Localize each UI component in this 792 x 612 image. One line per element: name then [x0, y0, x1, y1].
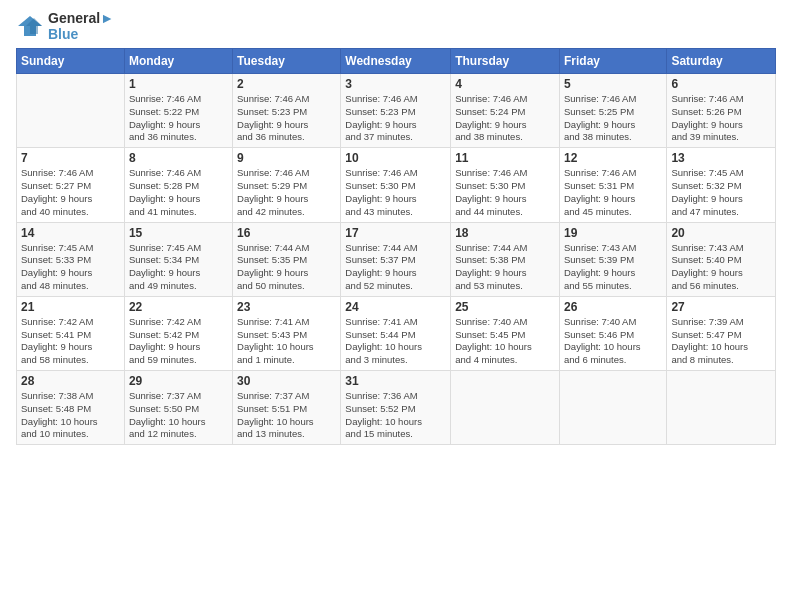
day-info: Sunrise: 7:46 AM Sunset: 5:31 PM Dayligh… [564, 167, 662, 218]
day-info: Sunrise: 7:37 AM Sunset: 5:50 PM Dayligh… [129, 390, 228, 441]
day-number: 15 [129, 226, 228, 240]
calendar-cell: 10Sunrise: 7:46 AM Sunset: 5:30 PM Dayli… [341, 148, 451, 222]
day-number: 21 [21, 300, 120, 314]
weekday-header-tuesday: Tuesday [233, 49, 341, 74]
day-number: 13 [671, 151, 771, 165]
calendar-cell: 1Sunrise: 7:46 AM Sunset: 5:22 PM Daylig… [124, 74, 232, 148]
day-info: Sunrise: 7:38 AM Sunset: 5:48 PM Dayligh… [21, 390, 120, 441]
weekday-header-sunday: Sunday [17, 49, 125, 74]
day-info: Sunrise: 7:39 AM Sunset: 5:47 PM Dayligh… [671, 316, 771, 367]
calendar-cell: 4Sunrise: 7:46 AM Sunset: 5:24 PM Daylig… [451, 74, 560, 148]
day-info: Sunrise: 7:36 AM Sunset: 5:52 PM Dayligh… [345, 390, 446, 441]
weekday-header-row: SundayMondayTuesdayWednesdayThursdayFrid… [17, 49, 776, 74]
calendar-cell: 8Sunrise: 7:46 AM Sunset: 5:28 PM Daylig… [124, 148, 232, 222]
day-info: Sunrise: 7:46 AM Sunset: 5:30 PM Dayligh… [345, 167, 446, 218]
calendar-cell [451, 371, 560, 445]
calendar-cell: 17Sunrise: 7:44 AM Sunset: 5:37 PM Dayli… [341, 222, 451, 296]
weekday-header-wednesday: Wednesday [341, 49, 451, 74]
day-number: 31 [345, 374, 446, 388]
day-info: Sunrise: 7:46 AM Sunset: 5:28 PM Dayligh… [129, 167, 228, 218]
day-info: Sunrise: 7:46 AM Sunset: 5:30 PM Dayligh… [455, 167, 555, 218]
day-number: 30 [237, 374, 336, 388]
calendar-cell: 22Sunrise: 7:42 AM Sunset: 5:42 PM Dayli… [124, 296, 232, 370]
day-info: Sunrise: 7:44 AM Sunset: 5:37 PM Dayligh… [345, 242, 446, 293]
day-number: 27 [671, 300, 771, 314]
day-number: 16 [237, 226, 336, 240]
day-info: Sunrise: 7:45 AM Sunset: 5:33 PM Dayligh… [21, 242, 120, 293]
day-number: 12 [564, 151, 662, 165]
day-number: 11 [455, 151, 555, 165]
weekday-header-saturday: Saturday [667, 49, 776, 74]
day-info: Sunrise: 7:41 AM Sunset: 5:44 PM Dayligh… [345, 316, 446, 367]
weekday-header-friday: Friday [559, 49, 666, 74]
day-info: Sunrise: 7:44 AM Sunset: 5:38 PM Dayligh… [455, 242, 555, 293]
weekday-header-thursday: Thursday [451, 49, 560, 74]
day-number: 14 [21, 226, 120, 240]
calendar-table: SundayMondayTuesdayWednesdayThursdayFrid… [16, 48, 776, 445]
day-number: 18 [455, 226, 555, 240]
day-info: Sunrise: 7:45 AM Sunset: 5:34 PM Dayligh… [129, 242, 228, 293]
calendar-cell: 30Sunrise: 7:37 AM Sunset: 5:51 PM Dayli… [233, 371, 341, 445]
calendar-cell: 31Sunrise: 7:36 AM Sunset: 5:52 PM Dayli… [341, 371, 451, 445]
day-number: 24 [345, 300, 446, 314]
week-row-1: 7Sunrise: 7:46 AM Sunset: 5:27 PM Daylig… [17, 148, 776, 222]
day-number: 25 [455, 300, 555, 314]
day-info: Sunrise: 7:46 AM Sunset: 5:25 PM Dayligh… [564, 93, 662, 144]
day-number: 19 [564, 226, 662, 240]
day-info: Sunrise: 7:45 AM Sunset: 5:32 PM Dayligh… [671, 167, 771, 218]
calendar-cell: 2Sunrise: 7:46 AM Sunset: 5:23 PM Daylig… [233, 74, 341, 148]
calendar-cell: 24Sunrise: 7:41 AM Sunset: 5:44 PM Dayli… [341, 296, 451, 370]
day-number: 26 [564, 300, 662, 314]
day-number: 1 [129, 77, 228, 91]
day-info: Sunrise: 7:46 AM Sunset: 5:27 PM Dayligh… [21, 167, 120, 218]
day-info: Sunrise: 7:46 AM Sunset: 5:24 PM Dayligh… [455, 93, 555, 144]
day-info: Sunrise: 7:43 AM Sunset: 5:39 PM Dayligh… [564, 242, 662, 293]
day-number: 10 [345, 151, 446, 165]
logo-text: General► Blue [48, 10, 114, 42]
day-number: 22 [129, 300, 228, 314]
day-info: Sunrise: 7:46 AM Sunset: 5:23 PM Dayligh… [345, 93, 446, 144]
calendar-cell [559, 371, 666, 445]
day-number: 7 [21, 151, 120, 165]
logo: General► Blue [16, 10, 114, 42]
logo-icon [16, 12, 44, 40]
day-number: 28 [21, 374, 120, 388]
day-info: Sunrise: 7:46 AM Sunset: 5:26 PM Dayligh… [671, 93, 771, 144]
week-row-0: 1Sunrise: 7:46 AM Sunset: 5:22 PM Daylig… [17, 74, 776, 148]
calendar-cell: 5Sunrise: 7:46 AM Sunset: 5:25 PM Daylig… [559, 74, 666, 148]
day-number: 29 [129, 374, 228, 388]
calendar-cell: 16Sunrise: 7:44 AM Sunset: 5:35 PM Dayli… [233, 222, 341, 296]
day-number: 8 [129, 151, 228, 165]
calendar-cell: 6Sunrise: 7:46 AM Sunset: 5:26 PM Daylig… [667, 74, 776, 148]
day-number: 17 [345, 226, 446, 240]
day-number: 2 [237, 77, 336, 91]
calendar-cell: 28Sunrise: 7:38 AM Sunset: 5:48 PM Dayli… [17, 371, 125, 445]
week-row-2: 14Sunrise: 7:45 AM Sunset: 5:33 PM Dayli… [17, 222, 776, 296]
calendar-cell: 11Sunrise: 7:46 AM Sunset: 5:30 PM Dayli… [451, 148, 560, 222]
calendar-cell: 27Sunrise: 7:39 AM Sunset: 5:47 PM Dayli… [667, 296, 776, 370]
week-row-3: 21Sunrise: 7:42 AM Sunset: 5:41 PM Dayli… [17, 296, 776, 370]
calendar-cell: 19Sunrise: 7:43 AM Sunset: 5:39 PM Dayli… [559, 222, 666, 296]
page: General► Blue SundayMondayTuesdayWednesd… [0, 0, 792, 612]
calendar-cell: 26Sunrise: 7:40 AM Sunset: 5:46 PM Dayli… [559, 296, 666, 370]
day-number: 23 [237, 300, 336, 314]
day-info: Sunrise: 7:46 AM Sunset: 5:22 PM Dayligh… [129, 93, 228, 144]
day-number: 20 [671, 226, 771, 240]
calendar-cell: 7Sunrise: 7:46 AM Sunset: 5:27 PM Daylig… [17, 148, 125, 222]
day-number: 5 [564, 77, 662, 91]
day-number: 3 [345, 77, 446, 91]
calendar-cell: 14Sunrise: 7:45 AM Sunset: 5:33 PM Dayli… [17, 222, 125, 296]
calendar-cell: 12Sunrise: 7:46 AM Sunset: 5:31 PM Dayli… [559, 148, 666, 222]
day-info: Sunrise: 7:44 AM Sunset: 5:35 PM Dayligh… [237, 242, 336, 293]
day-info: Sunrise: 7:40 AM Sunset: 5:46 PM Dayligh… [564, 316, 662, 367]
header: General► Blue [16, 10, 776, 42]
day-info: Sunrise: 7:43 AM Sunset: 5:40 PM Dayligh… [671, 242, 771, 293]
calendar-cell: 20Sunrise: 7:43 AM Sunset: 5:40 PM Dayli… [667, 222, 776, 296]
calendar-cell [667, 371, 776, 445]
day-info: Sunrise: 7:46 AM Sunset: 5:29 PM Dayligh… [237, 167, 336, 218]
calendar-cell: 18Sunrise: 7:44 AM Sunset: 5:38 PM Dayli… [451, 222, 560, 296]
calendar-cell: 3Sunrise: 7:46 AM Sunset: 5:23 PM Daylig… [341, 74, 451, 148]
calendar-cell: 29Sunrise: 7:37 AM Sunset: 5:50 PM Dayli… [124, 371, 232, 445]
day-info: Sunrise: 7:42 AM Sunset: 5:42 PM Dayligh… [129, 316, 228, 367]
calendar-cell: 13Sunrise: 7:45 AM Sunset: 5:32 PM Dayli… [667, 148, 776, 222]
